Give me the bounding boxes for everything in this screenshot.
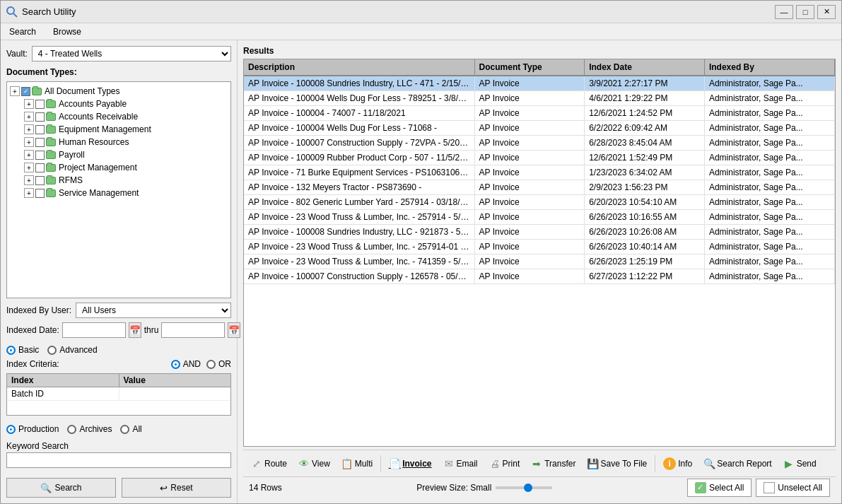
expand-rfms[interactable]: +	[24, 175, 34, 185]
td-desc-6: AP Invoice - 71 Burke Equipment Services…	[244, 165, 475, 180]
radio-basic[interactable]: Basic	[6, 345, 39, 355]
table-header: Description Document Type Index Date Ind…	[244, 59, 835, 76]
td-indexedby-2: Administrator, Sage Pa...	[705, 106, 835, 120]
expand-all[interactable]: +	[10, 86, 20, 96]
date-to-input[interactable]	[161, 322, 225, 338]
check-ap[interactable]	[35, 100, 45, 109]
select-all-button[interactable]: ✓ Select All	[687, 479, 752, 497]
search-report-button[interactable]: 🔍 Search Report	[698, 453, 776, 474]
radio-archives[interactable]: Archives	[67, 424, 112, 434]
expand-em[interactable]: +	[24, 124, 34, 134]
info-button[interactable]: i Info	[658, 453, 697, 474]
close-button[interactable]: ✕	[817, 5, 836, 19]
window-title: Search Utility	[22, 6, 775, 17]
check-rfms[interactable]	[35, 176, 45, 185]
save-to-file-button[interactable]: 💾 Save To File	[582, 453, 652, 474]
date-from-calendar-button[interactable]: 📅	[129, 322, 141, 338]
td-desc-9: AP Invoice - 23 Wood Truss & Lumber, Inc…	[244, 210, 475, 224]
maximize-button[interactable]: □	[796, 5, 814, 19]
separator-1	[380, 455, 381, 472]
search-button[interactable]: 🔍 Search	[6, 478, 116, 498]
and-or-row: AND OR	[171, 359, 231, 369]
table-row[interactable]: AP Invoice - 100008 Sundries Industry, L…	[244, 76, 835, 91]
table-row[interactable]: AP Invoice - 23 Wood Truss & Lumber, Inc…	[244, 254, 835, 269]
expand-payroll[interactable]: +	[24, 150, 34, 160]
radio-all[interactable]: All	[120, 424, 141, 434]
tree-item-rfms[interactable]: + RFMS	[24, 174, 228, 187]
print-button[interactable]: 🖨 Print	[484, 453, 525, 474]
tree-item-ap[interactable]: + Accounts Payable	[24, 98, 228, 110]
criteria-row-0[interactable]: Batch ID	[7, 387, 230, 401]
tree-item-all[interactable]: + All Document Types	[10, 85, 228, 98]
table-row[interactable]: AP Invoice - 100009 Rubber Product Corp …	[244, 151, 835, 165]
svg-line-1	[13, 13, 17, 17]
table-row[interactable]: AP Invoice - 100004 - 74007 - 11/18/2021…	[244, 106, 835, 121]
info-label: Info	[678, 459, 692, 469]
table-row[interactable]: AP Invoice - 100007 Construction Supply …	[244, 269, 835, 284]
email-label: Email	[457, 459, 478, 469]
invoice-button[interactable]: 📄 Invoice	[384, 453, 436, 474]
expand-sm[interactable]: +	[24, 188, 34, 198]
tree-item-pm[interactable]: + Project Management	[24, 161, 228, 174]
vault-select[interactable]: 4 - Treated Wells	[32, 46, 231, 61]
menu-search[interactable]: Search	[6, 25, 39, 38]
reset-button[interactable]: ↩ Reset	[122, 478, 231, 498]
expand-ar[interactable]: +	[24, 112, 34, 122]
check-em[interactable]	[35, 125, 45, 134]
menu-browse[interactable]: Browse	[50, 25, 84, 38]
email-button[interactable]: ✉ Email	[438, 453, 483, 474]
td-indexdate-6: 1/23/2023 6:34:02 AM	[585, 165, 705, 180]
transfer-button[interactable]: ➡ Transfer	[526, 453, 580, 474]
expand-pm[interactable]: +	[24, 163, 34, 172]
table-row[interactable]: AP Invoice - 802 Generic Lumber Yard - 2…	[244, 195, 835, 210]
email-icon: ✉	[443, 458, 455, 469]
radio-or[interactable]: OR	[206, 359, 231, 369]
tree-item-ar[interactable]: + Accounts Receivable	[24, 110, 228, 123]
view-button[interactable]: 👁 View	[293, 453, 335, 474]
invoice-icon: 📄	[389, 458, 400, 469]
minimize-button[interactable]: —	[775, 5, 793, 19]
table-row[interactable]: AP Invoice - 100008 Sundries Industry, L…	[244, 225, 835, 240]
menu-bar: Search Browse	[1, 23, 841, 40]
tree-item-em[interactable]: + Equipment Management	[24, 123, 228, 136]
check-hr[interactable]	[35, 138, 45, 147]
route-button[interactable]: ⤢ Route	[246, 453, 292, 474]
keyword-input[interactable]	[6, 452, 231, 468]
table-row[interactable]: AP Invoice - 132 Meyers Tractor - PS8736…	[244, 180, 835, 195]
radio-advanced[interactable]: Advanced	[47, 345, 97, 355]
send-button[interactable]: ▶ Send	[778, 453, 821, 474]
td-indexedby-12: Administrator, Sage Pa...	[705, 254, 835, 269]
table-row[interactable]: AP Invoice - 71 Burke Equipment Services…	[244, 165, 835, 180]
slider-thumb[interactable]	[524, 484, 532, 492]
radio-advanced-label: Advanced	[59, 345, 97, 355]
td-indexdate-4: 6/28/2023 8:45:04 AM	[585, 136, 705, 150]
check-pm[interactable]	[35, 163, 45, 172]
results-table[interactable]: Description Document Type Index Date Ind…	[243, 59, 836, 447]
check-payroll[interactable]	[35, 151, 45, 160]
tree-item-hr[interactable]: + Human Resources	[24, 136, 228, 148]
radio-production[interactable]: Production	[6, 424, 59, 434]
check-sm[interactable]	[35, 189, 45, 198]
td-doctype-9: AP Invoice	[475, 210, 585, 224]
check-all[interactable]	[21, 87, 30, 96]
td-desc-8: AP Invoice - 802 Generic Lumber Yard - 2…	[244, 195, 475, 209]
multi-button[interactable]: 📋 Multi	[337, 453, 378, 474]
radio-and[interactable]: AND	[171, 359, 201, 369]
table-row[interactable]: AP Invoice - 100007 Construction Supply …	[244, 136, 835, 151]
table-row[interactable]: AP Invoice - 23 Wood Truss & Lumber, Inc…	[244, 240, 835, 254]
tree-item-payroll[interactable]: + Payroll	[24, 148, 228, 161]
preview-size: Preview Size: Small	[416, 483, 552, 493]
date-from-input[interactable]	[62, 322, 126, 338]
expand-ap[interactable]: +	[24, 99, 34, 109]
table-row[interactable]: AP Invoice - 23 Wood Truss & Lumber, Inc…	[244, 210, 835, 225]
expand-hr[interactable]: +	[24, 137, 34, 147]
radio-basic-circle	[6, 346, 16, 355]
preview-slider[interactable]	[496, 486, 552, 489]
tree-item-sm[interactable]: + Service Management	[24, 187, 228, 199]
check-ar[interactable]	[35, 112, 45, 122]
indexed-by-select[interactable]: All Users	[76, 303, 231, 318]
table-row[interactable]: AP Invoice - 100004 Wells Dug For Less -…	[244, 121, 835, 136]
radio-all-label: All	[132, 424, 141, 434]
table-row[interactable]: AP Invoice - 100004 Wells Dug For Less -…	[244, 91, 835, 106]
unselect-all-button[interactable]: Unselect All	[756, 479, 830, 497]
